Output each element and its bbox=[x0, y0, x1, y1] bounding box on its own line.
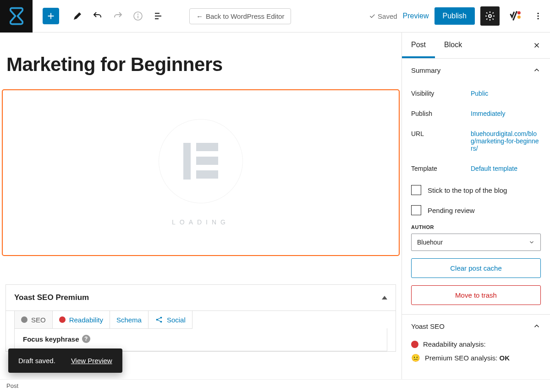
elementor-loading-block[interactable]: LOADING bbox=[2, 89, 400, 256]
toolbar-right-group: Saved Preview Publish bbox=[368, 6, 550, 26]
clear-cache-button[interactable]: Clear post cache bbox=[411, 258, 541, 278]
close-icon bbox=[533, 41, 541, 49]
stick-top-row[interactable]: Stick to the top of the blog bbox=[411, 179, 541, 199]
back-to-wp-button[interactable]: ← Back to WordPress Editor bbox=[189, 8, 291, 24]
back-label: Back to WordPress Editor bbox=[206, 12, 284, 20]
app-logo[interactable] bbox=[0, 0, 33, 33]
yoast-seo-panel: Yoast SEO Readability analysis: 😐 Premiu… bbox=[402, 315, 550, 365]
yoast-metabox-header[interactable]: Yoast SEO Premium bbox=[6, 285, 396, 310]
check-icon bbox=[368, 12, 376, 20]
settings-button[interactable] bbox=[480, 6, 500, 26]
publish-row[interactable]: Publish Immediately bbox=[411, 103, 541, 124]
edit-tools-button[interactable] bbox=[69, 8, 86, 24]
post-title[interactable]: Marketing for Beginners bbox=[0, 33, 402, 89]
editor-column: Marketing for Beginners LOADING Yoast SE… bbox=[0, 33, 402, 392]
redo-icon bbox=[112, 11, 123, 22]
more-menu-button[interactable] bbox=[530, 6, 546, 26]
svg-point-6 bbox=[538, 16, 539, 17]
emoji-neutral-icon: 😐 bbox=[411, 354, 420, 362]
author-label: AUTHOR bbox=[411, 224, 541, 230]
summary-panel: Summary Visibility Public Publish Immedi… bbox=[402, 59, 550, 315]
url-row[interactable]: URL bluehourdigital.com/blog/marketing-f… bbox=[411, 124, 541, 158]
sidebar: Post Block Summary Visibility Public Pub… bbox=[402, 33, 550, 392]
bullet-icon bbox=[59, 316, 66, 323]
arrow-left-icon: ← bbox=[196, 12, 203, 20]
summary-panel-header[interactable]: Summary bbox=[402, 59, 550, 82]
yoast-tabs: SEO Readability Schema Social bbox=[6, 310, 396, 329]
move-trash-button[interactable]: Move to trash bbox=[411, 285, 541, 305]
chevron-down-icon bbox=[528, 239, 535, 245]
yoast-icon bbox=[508, 10, 521, 22]
focus-keyphrase-label: Focus keyphrase ? bbox=[15, 328, 387, 349]
info-button[interactable] bbox=[130, 8, 146, 24]
yoast-tab-social[interactable]: Social bbox=[148, 310, 192, 329]
chevron-up-icon bbox=[533, 322, 541, 330]
undo-icon bbox=[92, 11, 103, 22]
toolbar-left-group: ← Back to WordPress Editor bbox=[33, 8, 291, 24]
share-icon bbox=[155, 316, 163, 324]
yoast-tab-readability[interactable]: Readability bbox=[52, 310, 110, 329]
yoast-tab-seo[interactable]: SEO bbox=[14, 310, 53, 329]
sidebar-close-button[interactable] bbox=[533, 41, 541, 49]
yoast-panel-header[interactable]: Yoast SEO bbox=[402, 315, 550, 338]
plus-icon bbox=[46, 11, 56, 21]
premium-analysis-row[interactable]: 😐 Premium SEO analysis: OK bbox=[402, 351, 550, 365]
dots-vertical-icon bbox=[534, 11, 543, 21]
readability-analysis-row[interactable]: Readability analysis: bbox=[402, 338, 550, 351]
svg-point-7 bbox=[538, 18, 539, 19]
visibility-row[interactable]: Visibility Public bbox=[411, 83, 541, 103]
toast-action-link[interactable]: View Preview bbox=[71, 357, 112, 365]
chevron-up-icon bbox=[533, 66, 541, 74]
svg-point-3 bbox=[517, 11, 521, 15]
toast-notification: Draft saved. View Preview bbox=[8, 348, 122, 373]
pending-checkbox[interactable] bbox=[411, 205, 421, 215]
add-block-button[interactable] bbox=[43, 8, 59, 24]
main-area: Marketing for Beginners LOADING Yoast SE… bbox=[0, 33, 550, 392]
elementor-logo bbox=[159, 120, 242, 203]
pending-review-row[interactable]: Pending review bbox=[411, 199, 541, 219]
yoast-tab-schema[interactable]: Schema bbox=[110, 310, 148, 329]
loading-text: LOADING bbox=[172, 218, 230, 226]
yoast-metabox: Yoast SEO Premium SEO Readability Schema bbox=[6, 284, 396, 352]
undo-button[interactable] bbox=[89, 8, 106, 24]
stick-checkbox[interactable] bbox=[411, 185, 421, 195]
info-icon bbox=[132, 11, 143, 22]
outline-button[interactable] bbox=[150, 8, 166, 24]
svg-point-5 bbox=[538, 13, 539, 14]
svg-point-4 bbox=[517, 16, 521, 19]
top-toolbar: ← Back to WordPress Editor Saved Preview… bbox=[0, 0, 550, 33]
template-row[interactable]: Template Default template bbox=[411, 158, 541, 179]
author-select[interactable]: Bluehour bbox=[411, 234, 541, 251]
svg-point-1 bbox=[138, 14, 138, 15]
sidebar-tabs: Post Block bbox=[402, 33, 550, 59]
saved-indicator: Saved bbox=[368, 12, 397, 20]
collapse-icon bbox=[382, 296, 387, 299]
hourglass-logo-icon bbox=[10, 7, 23, 25]
status-dot-red bbox=[411, 341, 418, 348]
svg-point-2 bbox=[489, 15, 491, 17]
toast-message: Draft saved. bbox=[18, 357, 55, 365]
sidebar-tab-post[interactable]: Post bbox=[402, 33, 435, 58]
sidebar-tab-block[interactable]: Block bbox=[435, 33, 471, 58]
bullet-icon bbox=[21, 316, 28, 323]
pencil-icon bbox=[72, 11, 83, 22]
yoast-title: Yoast SEO Premium bbox=[14, 293, 89, 302]
help-icon[interactable]: ? bbox=[82, 335, 90, 343]
preview-button[interactable]: Preview bbox=[403, 12, 429, 20]
gear-icon bbox=[484, 11, 495, 22]
redo-button[interactable] bbox=[110, 8, 126, 24]
yoast-plugin-button[interactable] bbox=[505, 6, 524, 26]
publish-button[interactable]: Publish bbox=[434, 7, 475, 25]
breadcrumb-status[interactable]: Post bbox=[0, 379, 550, 392]
list-icon bbox=[153, 11, 164, 22]
